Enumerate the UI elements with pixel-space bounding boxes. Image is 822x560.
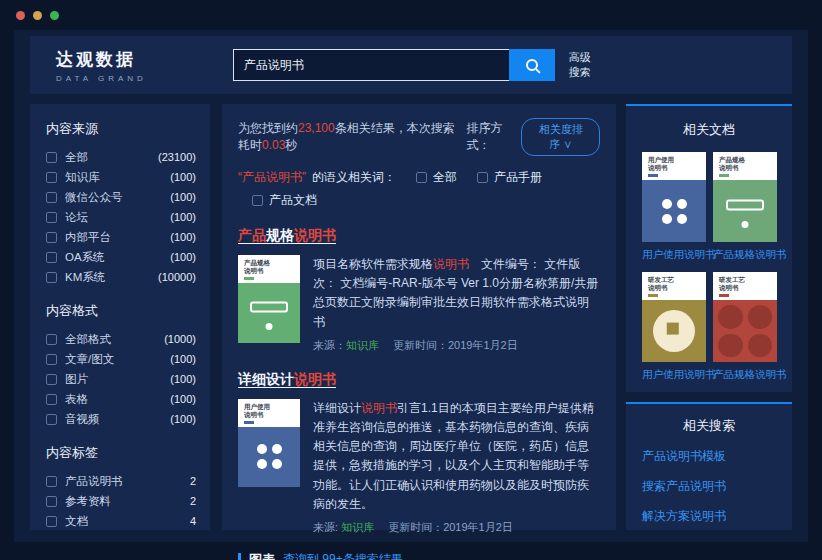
checkbox-icon[interactable]: [46, 496, 57, 507]
filter-item-document-tag[interactable]: 文档4: [46, 511, 196, 531]
search-result-2: 详细设计说明书 用户使用 说明书 详细设计说明书引言1.1目的本项目主要: [238, 370, 600, 535]
doc-link[interactable]: 用户使用说明书: [642, 248, 706, 262]
chart-results-link[interactable]: 查询到 99+条搜索结果: [283, 551, 403, 560]
doc-cover[interactable]: 产品规格说明书: [713, 152, 777, 242]
result-title-link[interactable]: 产品规格说明书: [238, 227, 336, 245]
doc-cover[interactable]: 用户使用说明书: [642, 152, 706, 242]
related-search-link-2[interactable]: 搜索产品说明书: [642, 478, 776, 495]
result-thumbnail[interactable]: 产品规格 说明书: [238, 255, 300, 353]
semantic-option-doc[interactable]: 产品文档: [252, 192, 317, 209]
filter-count: (100): [170, 171, 196, 183]
checkbox-icon[interactable]: [46, 152, 57, 163]
semantic-keywords-row: “产品说明书” 的语义相关词： 全部 产品手册 产品文档: [238, 169, 600, 209]
checkbox-icon[interactable]: [252, 195, 263, 206]
filter-item-image[interactable]: 图片(100): [46, 369, 196, 389]
book-cover-art: [717, 304, 773, 358]
checkbox-icon[interactable]: [46, 476, 57, 487]
filter-item-table[interactable]: 表格(100): [46, 389, 196, 409]
checkbox-icon[interactable]: [46, 272, 57, 283]
filter-count: (100): [170, 251, 196, 263]
related-search-link-1[interactable]: 产品说明书模板: [642, 448, 776, 465]
window-close-button[interactable]: [16, 11, 25, 20]
related-doc-4: 研发工艺说明书 产品规格说明书: [713, 272, 777, 392]
checkbox-icon[interactable]: [46, 252, 57, 263]
result-count: 23,100: [298, 121, 335, 135]
doc-link[interactable]: 用户使用说明书: [642, 368, 706, 382]
filter-item-all[interactable]: 全部(23100): [46, 147, 196, 167]
filter-item-media[interactable]: 音视频(100): [46, 409, 196, 429]
checkbox-icon[interactable]: [46, 192, 57, 203]
related-docs-title: 相关文档: [642, 121, 776, 139]
checkbox-icon[interactable]: [46, 516, 57, 527]
checkbox-icon[interactable]: [477, 172, 488, 183]
doc-link[interactable]: 产品规格说明书: [713, 248, 777, 262]
filter-label: 论坛: [65, 210, 88, 225]
advanced-search-line2: 搜索: [569, 65, 591, 80]
result-meta: 来源：知识库更新时间：2019年1月2日: [313, 332, 600, 353]
search-button[interactable]: [509, 49, 555, 81]
filter-label: 内部平台: [65, 230, 111, 245]
checkbox-icon[interactable]: [416, 172, 427, 183]
filter-label: 图片: [65, 372, 88, 387]
updated-value: 更新时间：2019年1月2日: [393, 339, 518, 351]
book-cover-art: [642, 180, 706, 242]
checkbox-icon[interactable]: [46, 212, 57, 223]
filter-item-reference-tag[interactable]: 参考资料2: [46, 491, 196, 511]
checkbox-icon[interactable]: [46, 354, 57, 365]
filter-item-internal-platform[interactable]: 内部平台(100): [46, 227, 196, 247]
window-minimize-button[interactable]: [33, 11, 42, 20]
section-marker: [238, 553, 241, 560]
search-results-panel: 为您找到约23,100条相关结果，本次搜索耗时0.03秒 排序方式： 相关度排序…: [222, 104, 616, 530]
filter-item-knowledge-base[interactable]: 知识库(100): [46, 167, 196, 187]
filter-label: 文章/图文: [65, 352, 114, 367]
filter-item-all-formats[interactable]: 全部格式(1000): [46, 329, 196, 349]
semantic-option-all[interactable]: 全部: [416, 169, 457, 186]
search-icon: [526, 59, 538, 71]
window-zoom-button[interactable]: [50, 11, 59, 20]
checkbox-icon[interactable]: [46, 232, 57, 243]
related-doc-2: 产品规格说明书 产品规格说明书: [713, 152, 777, 272]
checkbox-icon[interactable]: [46, 374, 57, 385]
filter-item-wechat[interactable]: 微信公众号(100): [46, 187, 196, 207]
filter-item-oa-system[interactable]: OA系统(100): [46, 247, 196, 267]
filter-item-km-system[interactable]: KM系统(10000): [46, 267, 196, 287]
filter-label: 全部: [65, 150, 88, 165]
logo[interactable]: 达观数据 DATA GRAND: [56, 48, 147, 83]
search-bar: 高级 搜索: [233, 49, 591, 81]
checkbox-icon[interactable]: [46, 394, 57, 405]
doc-cover[interactable]: 研发工艺说明书: [713, 272, 777, 362]
search-result-1: 产品规格说明书 产品规格 说明书 项目名称软件需求规格说明书 文件编号：: [238, 226, 600, 353]
filter-label: OA系统: [65, 250, 105, 265]
doc-link[interactable]: 产品规格说明书: [713, 368, 777, 382]
advanced-search-link[interactable]: 高级 搜索: [569, 50, 591, 80]
sort-label: 排序方式：: [467, 120, 514, 154]
filter-label: 知识库: [65, 170, 100, 185]
result-thumbnail[interactable]: 用户使用 说明书: [238, 399, 300, 535]
related-searches-panel: 相关搜索 产品说明书模板 搜索产品说明书 解决方案说明书: [626, 402, 792, 530]
filter-count: (10000): [158, 271, 196, 283]
semantic-keyword: “产品说明书”: [238, 169, 306, 186]
result-title-link[interactable]: 详细设计说明书: [238, 371, 336, 389]
filter-count: 2: [190, 495, 196, 507]
result-snippet: 项目名称软件需求规格说明书 文件编号： 文件版次： 文档编号-RAR-版本号 V…: [313, 255, 600, 332]
related-doc-3: 研发工艺说明书 用户使用说明书: [642, 272, 706, 392]
checkbox-icon[interactable]: [46, 172, 57, 183]
filter-item-article[interactable]: 文章/图文(100): [46, 349, 196, 369]
result-snippet: 详细设计说明书引言1.1目的本项目主要给用户提供精准养生咨询信息的推送，基本药物…: [313, 399, 600, 514]
filter-count: (23100): [158, 151, 196, 163]
search-input[interactable]: [233, 49, 509, 81]
sort-dropdown[interactable]: 相关度排序 ∨: [521, 118, 600, 156]
filter-item-product-manual-tag[interactable]: 产品说明书2: [46, 471, 196, 491]
filter-item-forum[interactable]: 论坛(100): [46, 207, 196, 227]
checkbox-icon[interactable]: [46, 334, 57, 345]
doc-cover[interactable]: 研发工艺说明书: [642, 272, 706, 362]
filter-count: 4: [190, 515, 196, 527]
book-cover-art: [713, 180, 777, 242]
app-background: 达观数据 DATA GRAND 高级 搜索 内容来源 全部(23100) 知识库…: [14, 30, 808, 542]
related-search-link-3[interactable]: 解决方案说明书: [642, 508, 776, 525]
filter-label: 文档: [65, 514, 88, 529]
semantic-option-manual[interactable]: 产品手册: [477, 169, 542, 186]
related-doc-1: 用户使用说明书 用户使用说明书: [642, 152, 706, 272]
checkbox-icon[interactable]: [46, 414, 57, 425]
filter-label: 参考资料: [65, 494, 111, 509]
